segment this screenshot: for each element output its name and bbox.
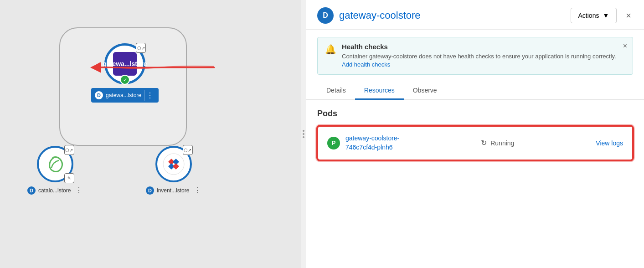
detail-header: D gateway-coolstore Actions ▼ × (306, 0, 644, 30)
catalog-edit-icon[interactable]: ✎ (64, 173, 74, 183)
bell-icon: 🔔 (325, 44, 336, 55)
catalog-menu-button[interactable]: ⋮ (75, 186, 82, 195)
view-logs-link[interactable]: View logs (596, 139, 623, 147)
header-title-area: D gateway-coolstore (317, 7, 421, 24)
detail-panel: D gateway-coolstore Actions ▼ × 🔔 Health… (306, 0, 644, 268)
pods-section-title: Pods (317, 109, 633, 119)
ext-link-icon[interactable]: ⬡↗ (136, 43, 146, 53)
gateway-menu-button[interactable]: ⋮ (144, 90, 155, 101)
close-button[interactable]: × (624, 9, 633, 23)
topology-panel: ⬡↗ gatewa...lstore ✓ D gatewa...lstore ⋮… (0, 0, 301, 268)
running-icon: ↻ (481, 139, 487, 147)
pod-row: P gateway-coolstore- 746c7cf4d-plnh6 ↻ R… (317, 126, 633, 160)
tabs-bar: Details Resources Observe (306, 82, 644, 100)
alert-title: Health checks (342, 43, 625, 51)
pod-icon: P (327, 137, 340, 149)
pods-section: Pods P gateway-coolstore- 746c7cf4d-plnh… (317, 109, 633, 160)
inventory-node-circle: ⬡↗ (155, 146, 192, 182)
panel-divider[interactable] (301, 0, 306, 268)
catalog-label: D catalo...lstore ⋮ (27, 186, 82, 195)
inventory-label: D invent...lstore ⋮ (146, 186, 201, 195)
detail-content: Pods P gateway-coolstore- 746c7cf4d-plnh… (306, 100, 644, 268)
openshift-icon (161, 152, 186, 176)
actions-button[interactable]: Actions ▼ (571, 8, 617, 23)
topology-canvas: ⬡↗ gatewa...lstore ✓ D gatewa...lstore ⋮… (0, 0, 301, 268)
header-actions-area: Actions ▼ × (571, 8, 633, 23)
gateway-label-text: gatewa...lstore (106, 92, 141, 98)
pod-left-area: P gateway-coolstore- 746c7cf4d-plnh6 (327, 134, 399, 152)
gateway-node[interactable]: ⬡↗ gatewa...lstore ✓ D gatewa...lstore ⋮ (91, 43, 159, 103)
service-icon: D (317, 7, 334, 24)
catalog-label-text: catalo...lstore (38, 187, 71, 194)
alert-content: Health checks Container gateway-coolstor… (342, 43, 625, 69)
catalog-ext-link-icon[interactable]: ⬡↗ (64, 145, 74, 155)
red-arrow (91, 63, 214, 72)
catalog-node-circle: ⬡↗ ✎ (37, 146, 73, 182)
tab-resources[interactable]: Resources (355, 82, 404, 100)
inventory-ext-link-icon[interactable]: ⬡↗ (183, 145, 193, 155)
catalog-node[interactable]: ⬡↗ ✎ D catalo...lstore ⋮ (27, 146, 82, 195)
inventory-menu-button[interactable]: ⋮ (194, 186, 201, 195)
catalog-d-badge: D (27, 186, 36, 195)
pod-status-text: Running (490, 139, 514, 147)
gateway-label-bar[interactable]: D gatewa...lstore ⋮ (91, 88, 159, 103)
service-title: gateway-coolstore (339, 10, 421, 21)
health-checks-alert: 🔔 Health checks Container gateway-coolst… (317, 37, 633, 75)
alert-text: Container gateway-coolstore does not hav… (342, 52, 625, 69)
inventory-label-text: invent...lstore (157, 187, 189, 194)
pod-status-area: ↻ Running (481, 139, 514, 147)
inventory-node[interactable]: ⬡↗ D invent...lstore ⋮ (146, 146, 201, 195)
pod-name[interactable]: gateway-coolstore- 746c7cf4d-plnh6 (345, 134, 399, 152)
alert-close-button[interactable]: × (623, 42, 627, 50)
chevron-down-icon: ▼ (603, 12, 609, 19)
inventory-d-badge: D (146, 186, 154, 195)
status-checkmark: ✓ (120, 75, 130, 85)
tab-observe[interactable]: Observe (404, 82, 446, 100)
gateway-d-badge: D (95, 91, 103, 99)
divider-handle (303, 130, 304, 138)
tab-details[interactable]: Details (317, 82, 355, 100)
spring-icon (43, 152, 67, 176)
add-health-checks-link[interactable]: Add health checks (342, 61, 390, 68)
svg-point-3 (163, 154, 184, 175)
